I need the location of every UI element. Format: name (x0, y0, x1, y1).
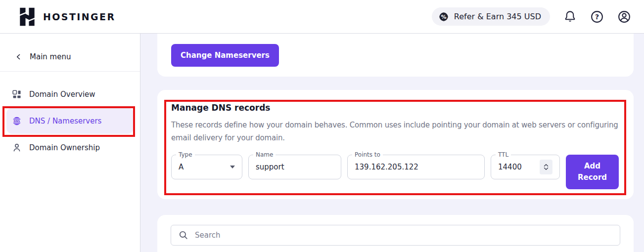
hostinger-h-icon (18, 6, 37, 27)
record-ttl-input[interactable] (498, 163, 533, 171)
sidebar: Main menu Domain Overview DNS (0, 34, 140, 252)
back-to-main-menu[interactable]: Main menu (0, 34, 140, 61)
sidebar-item-label: Domain Overview (29, 90, 95, 99)
record-type-value: A (179, 163, 184, 171)
header-actions: % Refer & Earn 345 USD ? (432, 7, 631, 26)
search-box (171, 225, 620, 246)
record-type-label: Type (176, 151, 195, 158)
ttl-stepper[interactable] (540, 160, 552, 174)
manage-dns-records-card: Manage DNS records These records define … (157, 90, 634, 199)
help-icon: ? (590, 10, 604, 24)
record-name-input[interactable] (256, 163, 334, 171)
record-points-to-label: Points to (352, 151, 383, 158)
dns-card-title: Manage DNS records (171, 103, 620, 113)
app-header: HOSTINGER % Refer & Earn 345 USD ? (0, 0, 644, 34)
dropdown-caret-icon (230, 166, 235, 168)
record-points-to-input[interactable] (355, 163, 477, 171)
hostinger-logo[interactable]: HOSTINGER (18, 6, 115, 27)
back-label: Main menu (30, 52, 71, 61)
notifications-button[interactable] (563, 10, 577, 23)
sidebar-nav: Domain Overview DNS DNS / Nameservers (0, 72, 140, 159)
record-points-to-field: Points to (347, 155, 485, 179)
sidebar-item-domain-ownership[interactable]: Domain Ownership (6, 137, 134, 159)
record-ttl-label: TTL (496, 151, 511, 158)
refer-earn-button[interactable]: % Refer & Earn 345 USD (432, 7, 550, 26)
change-nameservers-button[interactable]: Change Nameservers (171, 44, 279, 67)
sidebar-item-label: DNS / Nameservers (29, 117, 101, 126)
record-name-field: Name (248, 155, 341, 179)
search-input[interactable] (195, 231, 612, 240)
record-ttl-field: TTL (491, 155, 560, 179)
main-content: Change Nameservers Manage DNS records Th… (141, 34, 644, 252)
nameservers-card: Change Nameservers (157, 34, 634, 77)
account-button[interactable] (617, 10, 631, 24)
bell-icon (563, 10, 577, 23)
sidebar-item-dns-nameservers[interactable]: DNS DNS / Nameservers (6, 108, 134, 134)
chevron-left-icon (15, 53, 22, 60)
person-icon (12, 143, 22, 153)
add-record-form: Type A Name Points to TTL (171, 155, 620, 189)
record-name-label: Name (253, 151, 276, 158)
brand-wordmark: HOSTINGER (43, 11, 115, 22)
dns-card-description: These records define how your domain beh… (171, 119, 622, 144)
svg-text:?: ? (595, 12, 599, 20)
dns-records-search-card (157, 215, 634, 252)
number-stepper-icon (543, 163, 549, 171)
add-record-button[interactable]: Add Record (566, 155, 619, 189)
dns-globe-icon: DNS (12, 116, 22, 126)
svg-text:DNS: DNS (14, 120, 20, 123)
refer-earn-label: Refer & Earn 345 USD (454, 12, 541, 21)
sidebar-item-label: Domain Ownership (29, 143, 100, 152)
search-icon (179, 230, 188, 240)
profile-icon (617, 10, 631, 24)
help-button[interactable]: ? (590, 10, 604, 24)
record-type-select[interactable]: Type A (171, 155, 242, 179)
grid-icon (12, 89, 22, 99)
sidebar-item-domain-overview[interactable]: Domain Overview (6, 84, 134, 105)
percent-badge-icon: % (438, 11, 449, 22)
svg-text:%: % (441, 14, 446, 20)
